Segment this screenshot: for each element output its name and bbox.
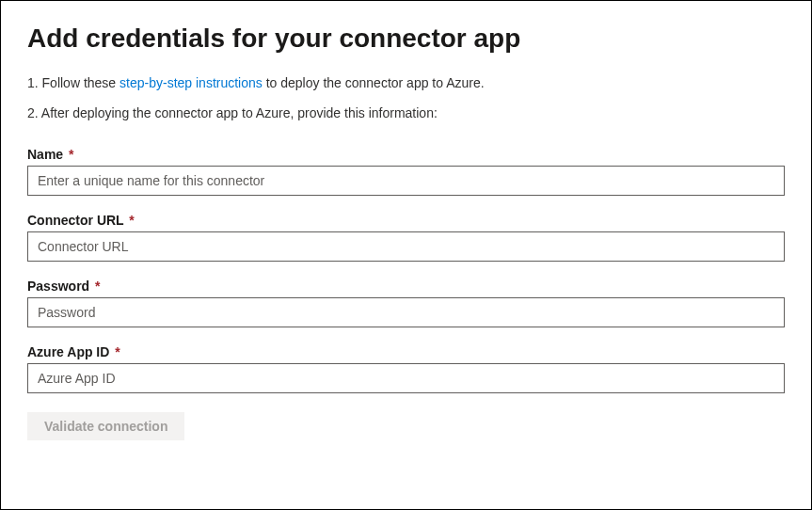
name-input[interactable]	[27, 166, 785, 196]
page-title: Add credentials for your connector app	[27, 24, 785, 54]
connector-url-input[interactable]	[27, 231, 785, 262]
required-indicator: *	[115, 344, 119, 359]
label-text: Connector URL	[27, 213, 123, 228]
azure-app-id-input[interactable]	[27, 363, 785, 393]
connector-url-field-group: Connector URL *	[27, 213, 785, 262]
password-field-group: Password *	[27, 279, 785, 327]
instruction-text: 1. Follow these	[27, 75, 119, 90]
label-text: Azure App ID	[27, 344, 109, 359]
validate-connection-button[interactable]: Validate connection	[27, 412, 184, 440]
instructions-link[interactable]: step-by-step instructions	[119, 75, 263, 90]
connector-url-label: Connector URL *	[27, 213, 785, 228]
label-text: Name	[27, 147, 63, 162]
instruction-step-2: 2. After deploying the connector app to …	[27, 104, 785, 123]
name-field-group: Name *	[27, 147, 785, 196]
password-input[interactable]	[27, 297, 785, 327]
azure-app-id-label: Azure App ID *	[27, 344, 785, 359]
required-indicator: *	[69, 147, 73, 162]
label-text: Password	[27, 279, 89, 294]
required-indicator: *	[95, 279, 100, 294]
name-label: Name *	[27, 147, 785, 162]
instruction-step-1: 1. Follow these step-by-step instruction…	[27, 74, 785, 93]
password-label: Password *	[27, 279, 785, 294]
azure-app-id-field-group: Azure App ID *	[27, 344, 785, 393]
required-indicator: *	[129, 213, 134, 228]
instruction-text: to deploy the connector app to Azure.	[263, 75, 485, 90]
